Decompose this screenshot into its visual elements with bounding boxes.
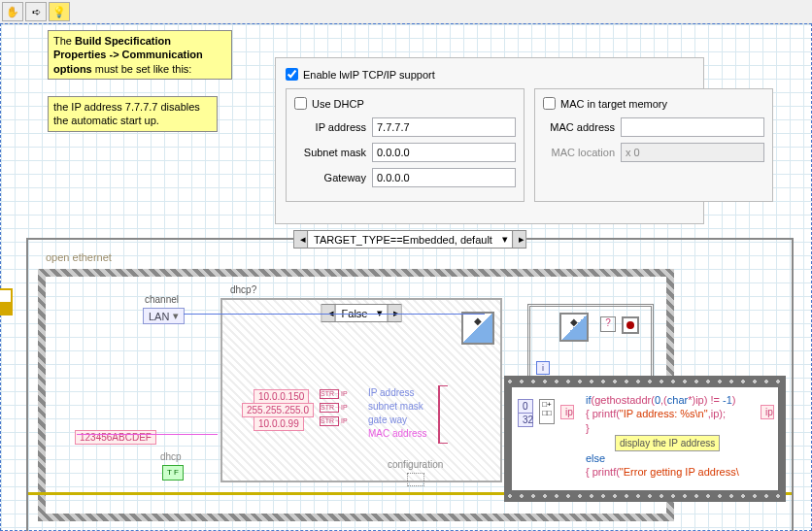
chevron-down-icon[interactable]: ▾ [173, 310, 179, 322]
thirtytwo-constant[interactable]: 32 [518, 413, 533, 427]
mac-loc-input [621, 143, 764, 162]
case-structure[interactable]: ◂ TARGET_TYPE==Embedded, default ▾ ▸ ope… [26, 238, 794, 531]
flat-sequence[interactable]: 0 32 □+□□ ip ip if(gethostaddr(0,(char*)… [504, 376, 786, 502]
ip-constant[interactable]: 10.0.0.150 [254, 389, 309, 404]
zero-constant[interactable]: 0 [518, 399, 533, 414]
ip-input[interactable] [372, 117, 516, 137]
channel-label: channel [145, 294, 179, 305]
subnet-label: Subnet mask [294, 147, 372, 158]
ethernet-open-subvi[interactable] [461, 312, 494, 345]
mac-label: MAC address [543, 121, 621, 133]
iteration-terminal: i [536, 361, 550, 375]
ip-label: IP address [294, 121, 372, 133]
use-dhcp-checkbox[interactable]: Use DHCP [294, 97, 516, 110]
case-selector[interactable]: ◂ TARGET_TYPE==Embedded, default ▾ ▸ [293, 230, 526, 249]
ip-bundle-label: IP address [368, 387, 415, 398]
str-to-ip-2[interactable]: STR→IP [320, 403, 339, 413]
while-loop[interactable]: ? i [527, 304, 654, 382]
subnet-input[interactable] [372, 143, 516, 162]
toolbar: ✋ ➪ 💡 [0, 0, 812, 24]
open-ethernet-label: open ethernet [46, 251, 112, 263]
config-indicator [407, 473, 424, 486]
dhcp-case[interactable]: ◂ False ▾ ▸ 10.0.0.150 255.255.255.0 10.… [220, 298, 502, 482]
array-init[interactable]: □+□□ [539, 399, 555, 424]
str-to-ip-1[interactable]: STR→IP [320, 389, 339, 399]
stop-button[interactable] [622, 316, 639, 334]
subnet-bundle-label: subnet mask [368, 401, 423, 412]
arrow-tool-button[interactable]: ➪ [25, 2, 47, 21]
dhcp-q-label: dhcp? [230, 284, 256, 295]
mac-wire [77, 434, 218, 435]
case-next-icon[interactable]: ▸ [512, 231, 525, 248]
mac-memory-label: MAC in target memory [560, 98, 667, 110]
enable-lwip-input[interactable] [286, 68, 298, 81]
case-label: TARGET_TYPE==Embedded, default [308, 232, 498, 248]
error-in-terminal[interactable] [0, 288, 13, 315]
gateway-input[interactable] [372, 168, 516, 187]
block-diagram[interactable]: The Build Specification Properties -> Co… [0, 23, 812, 531]
use-dhcp-label: Use DHCP [312, 98, 364, 110]
mac-input[interactable] [621, 117, 764, 137]
note-build-spec: The Build Specification Properties -> Co… [48, 30, 232, 80]
error-indicator: ? [600, 316, 616, 332]
lan-ring[interactable]: LAN▾ [143, 308, 185, 324]
mac-memory-checkbox[interactable]: MAC in target memory [543, 97, 764, 110]
mac-constant[interactable]: 123456ABCDEF [75, 430, 156, 445]
mac-group: MAC in target memory MAC address MAC loc… [534, 88, 773, 202]
mac-memory-input[interactable] [543, 97, 556, 110]
gateway-label: Gateway [294, 172, 372, 183]
channel-wire [184, 314, 485, 315]
configuration-label: configuration [388, 459, 443, 470]
status-subvi[interactable] [559, 313, 589, 342]
gateway-bundle-label: gate way [368, 415, 407, 425]
subnet-constant[interactable]: 255.255.255.0 [242, 403, 314, 417]
case-prev-icon[interactable]: ◂ [294, 231, 308, 248]
enable-lwip-label: Enable lwIP TCP/IP support [303, 69, 435, 81]
mac-loc-label: MAC location [543, 147, 621, 158]
dhcp-boolean[interactable]: T F [162, 465, 184, 481]
enable-lwip-checkbox[interactable]: Enable lwIP TCP/IP support [286, 68, 694, 81]
hand-tool-button[interactable]: ✋ [2, 2, 23, 21]
highlight-tool-button[interactable]: 💡 [49, 2, 70, 21]
formula-node[interactable]: if(gethostaddr(0,(char*)ip) != -1) { pri… [586, 393, 770, 479]
mac-bundle-label: MAC address [368, 428, 427, 439]
gateway-constant[interactable]: 10.0.0.99 [254, 416, 304, 431]
ip-var[interactable]: ip [560, 405, 574, 419]
str-to-ip-3[interactable]: STR→IP [320, 416, 339, 426]
display-ip-comment: display the IP address [615, 435, 720, 451]
chevron-down-icon[interactable]: ▾ [498, 233, 512, 246]
use-dhcp-input[interactable] [294, 97, 307, 110]
note-ip-disable: the IP address 7.7.7.7 disables the auto… [48, 96, 218, 132]
bundle-node[interactable] [438, 385, 448, 444]
dhcp-term-label: dhcp [160, 451, 182, 462]
ip-group: Use DHCP IP address Subnet mask Gateway [286, 88, 524, 202]
config-panel: Enable lwIP TCP/IP support Use DHCP IP a… [275, 57, 704, 224]
